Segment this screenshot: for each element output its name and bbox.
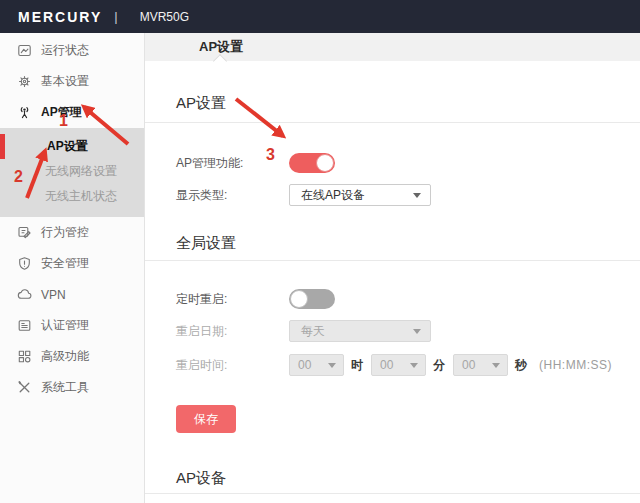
sidebar-subitem-label: 无线主机状态 bbox=[45, 189, 117, 203]
sidebar-item-vpn[interactable]: VPN bbox=[0, 279, 144, 310]
sidebar-item-label: 安全管理 bbox=[41, 255, 89, 272]
tab-label: AP设置 bbox=[199, 38, 243, 56]
status-icon bbox=[17, 43, 32, 58]
ap-manage-toggle[interactable] bbox=[289, 153, 335, 173]
ap-settings-page: AP设置 AP管理功能: 显示类型: 在线AP设备 全局设置 bbox=[145, 61, 640, 503]
sidebar-item-label: 基本设置 bbox=[41, 73, 89, 90]
sidebar-item-ap-management[interactable]: AP管理 bbox=[0, 97, 144, 128]
reboot-date-select: 每天 bbox=[289, 320, 431, 342]
antenna-icon bbox=[17, 105, 32, 120]
section-divider bbox=[145, 493, 640, 494]
tab-bar: AP设置 bbox=[145, 33, 640, 61]
vpn-cloud-icon bbox=[17, 287, 32, 302]
scheduled-reboot-row: 定时重启: bbox=[176, 289, 640, 309]
section-divider bbox=[145, 260, 640, 261]
reboot-time-row: 重启时间: 00 时 00 分 00 秒 bbox=[176, 354, 640, 376]
behavior-icon bbox=[17, 225, 32, 240]
id-card-icon bbox=[17, 318, 32, 333]
scheduled-reboot-label: 定时重启: bbox=[176, 291, 289, 308]
time-format-hint: (HH:MM:SS) bbox=[539, 358, 612, 372]
sidebar-subitem-wireless-network-settings[interactable]: 无线网络设置 bbox=[0, 159, 144, 184]
ap-manage-function-row: AP管理功能: bbox=[176, 153, 640, 173]
caret-down-icon bbox=[413, 193, 421, 198]
reboot-second-select: 00 bbox=[453, 354, 508, 376]
select-value: 00 bbox=[298, 358, 311, 372]
tools-icon bbox=[17, 380, 32, 395]
reboot-date-row: 重启日期: 每天 bbox=[176, 320, 640, 342]
select-value: 每天 bbox=[301, 323, 325, 340]
hour-unit-label: 时 bbox=[351, 357, 363, 374]
sidebar-item-status[interactable]: 运行状态 bbox=[0, 35, 144, 66]
sidebar-item-label: VPN bbox=[41, 288, 66, 302]
sidebar-item-advanced-functions[interactable]: 高级功能 bbox=[0, 341, 144, 372]
display-type-row: 显示类型: 在线AP设备 bbox=[176, 184, 640, 206]
topbar-separator: | bbox=[114, 9, 117, 24]
toggle-knob bbox=[316, 154, 334, 172]
toggle-knob bbox=[290, 290, 308, 308]
sidebar-subitem-label: 无线网络设置 bbox=[45, 164, 117, 178]
caret-down-icon bbox=[492, 363, 500, 368]
scheduled-reboot-toggle[interactable] bbox=[289, 289, 335, 309]
sidebar-item-label: 行为管控 bbox=[41, 224, 89, 241]
device-model: MVR50G bbox=[140, 10, 189, 24]
ap-management-submenu: AP设置 无线网络设置 无线主机状态 bbox=[0, 128, 144, 217]
sidebar-item-system-tools[interactable]: 系统工具 bbox=[0, 372, 144, 403]
second-unit-label: 秒 bbox=[515, 357, 527, 374]
reboot-hour-select: 00 bbox=[289, 354, 344, 376]
sidebar-item-security[interactable]: 安全管理 bbox=[0, 248, 144, 279]
sidebar-item-label: 高级功能 bbox=[41, 348, 89, 365]
brand-logo: MERCURY bbox=[18, 9, 102, 25]
ap-manage-function-label: AP管理功能: bbox=[176, 155, 289, 172]
tab-ap-settings[interactable]: AP设置 bbox=[174, 33, 268, 61]
display-type-select[interactable]: 在线AP设备 bbox=[289, 184, 431, 206]
section-title-ap-devices: AP设备 bbox=[176, 469, 640, 487]
main-layout: 运行状态 基本设置 AP管理 AP设置 无线网络设置 无线主 bbox=[0, 33, 640, 503]
sidebar: 运行状态 基本设置 AP管理 AP设置 无线网络设置 无线主 bbox=[0, 33, 145, 503]
display-type-label: 显示类型: bbox=[176, 187, 289, 204]
sidebar-item-label: AP管理 bbox=[41, 104, 82, 121]
gear-icon bbox=[17, 74, 32, 89]
section-divider bbox=[145, 122, 640, 123]
select-value: 00 bbox=[462, 358, 475, 372]
select-value: 在线AP设备 bbox=[301, 187, 365, 204]
sidebar-subitem-label: AP设置 bbox=[47, 139, 88, 153]
save-button[interactable]: 保存 bbox=[176, 405, 236, 433]
reboot-minute-select: 00 bbox=[371, 354, 426, 376]
topbar: MERCURY | MVR50G bbox=[0, 0, 640, 33]
caret-down-icon bbox=[413, 329, 421, 334]
caret-down-icon bbox=[410, 363, 418, 368]
sidebar-item-auth-management[interactable]: 认证管理 bbox=[0, 310, 144, 341]
section-title-global-settings: 全局设置 bbox=[176, 234, 640, 252]
shield-icon bbox=[17, 256, 32, 271]
router-admin-window: MERCURY | MVR50G 运行状态 基本设置 AP管理 AP设置 bbox=[0, 0, 640, 503]
reboot-date-label: 重启日期: bbox=[176, 323, 289, 340]
reboot-time-label: 重启时间: bbox=[176, 357, 289, 374]
section-title-ap-settings: AP设置 bbox=[176, 94, 640, 112]
select-value: 00 bbox=[380, 358, 393, 372]
active-indicator-bar bbox=[0, 134, 5, 159]
minute-unit-label: 分 bbox=[433, 357, 445, 374]
modules-icon bbox=[17, 349, 32, 364]
sidebar-item-label: 认证管理 bbox=[41, 317, 89, 334]
sidebar-item-behavior-control[interactable]: 行为管控 bbox=[0, 217, 144, 248]
sidebar-item-label: 系统工具 bbox=[41, 379, 89, 396]
sidebar-subitem-wireless-host-status[interactable]: 无线主机状态 bbox=[0, 184, 144, 209]
content-pane: AP设置 AP设置 AP管理功能: 显示类型: 在线AP设备 bbox=[145, 33, 640, 503]
sidebar-subitem-ap-settings[interactable]: AP设置 bbox=[0, 134, 144, 159]
sidebar-item-label: 运行状态 bbox=[41, 42, 89, 59]
sidebar-item-basic-settings[interactable]: 基本设置 bbox=[0, 66, 144, 97]
caret-down-icon bbox=[328, 363, 336, 368]
